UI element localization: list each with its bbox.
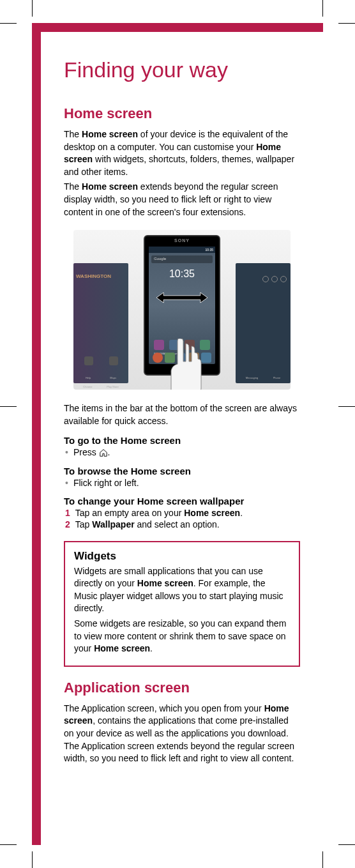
after-figure-text: The items in the bar at the bottom of th… xyxy=(64,402,300,427)
widgets-box: Widgets Widgets are small applications t… xyxy=(64,541,300,667)
sub2-item: • Flick right or left. xyxy=(64,478,300,488)
home-screen-para1: The Home screen of your device is the eq… xyxy=(64,128,300,178)
home-icon xyxy=(99,448,108,457)
svg-marker-0 xyxy=(156,293,208,303)
figure-washington-label: WASHINGTON xyxy=(76,273,111,279)
home-screen-para2: The Home screen extends beyond the regul… xyxy=(64,181,300,218)
page-title: Finding your way xyxy=(64,57,300,82)
figure-status-bar: 10:35 xyxy=(149,247,215,253)
page-content: Finding your way Home screen The Home sc… xyxy=(41,32,323,791)
widgets-para2: Some widgets are resizable, so you can e… xyxy=(74,618,290,655)
sub1-item: • Press . xyxy=(64,447,300,457)
sub3-item2: 2 Tap Wallpaper and select an option. xyxy=(64,519,300,529)
sub3-item1: 1 Tap an empty area on your Home screen. xyxy=(64,508,300,518)
swipe-arrow-icon xyxy=(156,291,208,304)
widgets-para1: Widgets are small applications that you … xyxy=(74,565,290,615)
page-frame: Finding your way Home screen The Home sc… xyxy=(32,23,323,845)
application-screen-para: The Application screen, which you open f… xyxy=(64,703,300,765)
figure-google-bar: Google xyxy=(151,255,213,263)
figure-brand-label: SONY xyxy=(145,238,219,243)
sub2-heading: To browse the Home screen xyxy=(64,466,300,476)
hand-icon xyxy=(166,339,204,390)
home-screen-figure: WASHINGTON Help Maps Chrome Play Store xyxy=(64,230,300,390)
sub3-heading: To change your Home screen wallpaper xyxy=(64,496,300,506)
figure-clock: 10:35 xyxy=(149,268,215,280)
sub1-heading: To go to the Home screen xyxy=(64,435,300,446)
application-screen-heading: Application screen xyxy=(64,680,300,696)
home-screen-heading: Home screen xyxy=(64,105,300,122)
widgets-heading: Widgets xyxy=(74,550,290,563)
